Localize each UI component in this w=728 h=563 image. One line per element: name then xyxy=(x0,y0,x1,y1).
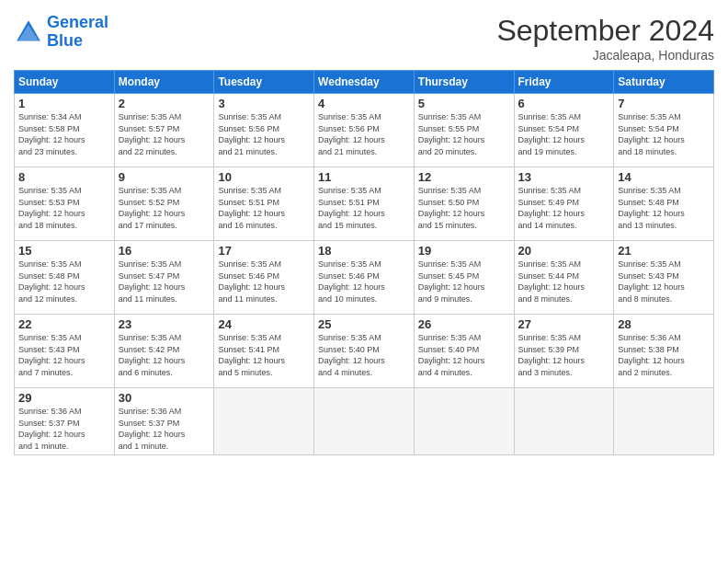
calendar-cell: 12Sunrise: 5:35 AM Sunset: 5:50 PM Dayli… xyxy=(414,167,514,241)
day-info: Sunrise: 5:35 AM Sunset: 5:43 PM Dayligh… xyxy=(618,259,710,304)
calendar-cell: 27Sunrise: 5:35 AM Sunset: 5:39 PM Dayli… xyxy=(514,315,614,388)
day-number: 12 xyxy=(418,170,510,184)
calendar-cell: 28Sunrise: 5:36 AM Sunset: 5:38 PM Dayli… xyxy=(614,315,714,388)
day-number: 13 xyxy=(518,170,610,184)
calendar-week-row: 22Sunrise: 5:35 AM Sunset: 5:43 PM Dayli… xyxy=(15,315,714,388)
calendar-cell: 16Sunrise: 5:35 AM Sunset: 5:47 PM Dayli… xyxy=(114,241,214,315)
calendar-cell xyxy=(614,388,714,455)
logo: General Blue xyxy=(14,14,108,51)
day-number: 30 xyxy=(119,391,210,405)
weekday-header-monday: Monday xyxy=(114,71,214,94)
calendar-cell: 10Sunrise: 5:35 AM Sunset: 5:51 PM Dayli… xyxy=(214,167,314,241)
calendar-cell: 24Sunrise: 5:35 AM Sunset: 5:41 PM Dayli… xyxy=(214,315,314,388)
day-info: Sunrise: 5:35 AM Sunset: 5:43 PM Dayligh… xyxy=(18,332,110,378)
day-number: 5 xyxy=(418,97,510,110)
logo-line1: General xyxy=(47,13,108,31)
calendar-cell: 17Sunrise: 5:35 AM Sunset: 5:46 PM Dayli… xyxy=(214,241,314,315)
day-info: Sunrise: 5:35 AM Sunset: 5:56 PM Dayligh… xyxy=(318,111,410,157)
logo-line2: Blue xyxy=(47,31,83,50)
logo-text: General Blue xyxy=(47,14,108,51)
day-number: 15 xyxy=(18,244,110,258)
day-info: Sunrise: 5:35 AM Sunset: 5:42 PM Dayligh… xyxy=(119,332,210,378)
day-info: Sunrise: 5:34 AM Sunset: 5:58 PM Dayligh… xyxy=(18,111,110,157)
day-number: 27 xyxy=(518,317,610,331)
day-info: Sunrise: 5:35 AM Sunset: 5:45 PM Dayligh… xyxy=(418,259,510,304)
day-number: 21 xyxy=(618,244,710,258)
day-info: Sunrise: 5:35 AM Sunset: 5:49 PM Dayligh… xyxy=(518,185,610,231)
day-info: Sunrise: 5:35 AM Sunset: 5:52 PM Dayligh… xyxy=(119,185,210,231)
calendar-week-row: 1Sunrise: 5:34 AM Sunset: 5:58 PM Daylig… xyxy=(15,94,714,167)
day-number: 8 xyxy=(18,170,110,184)
day-number: 9 xyxy=(119,170,210,184)
day-number: 28 xyxy=(618,317,710,331)
day-info: Sunrise: 5:35 AM Sunset: 5:50 PM Dayligh… xyxy=(418,185,510,231)
day-number: 19 xyxy=(418,244,510,258)
day-number: 25 xyxy=(318,317,410,331)
day-info: Sunrise: 5:35 AM Sunset: 5:56 PM Dayligh… xyxy=(218,111,310,157)
calendar-cell: 21Sunrise: 5:35 AM Sunset: 5:43 PM Dayli… xyxy=(614,241,714,315)
day-number: 10 xyxy=(218,170,310,184)
calendar-cell: 7Sunrise: 5:35 AM Sunset: 5:54 PM Daylig… xyxy=(614,94,714,167)
weekday-header-tuesday: Tuesday xyxy=(214,71,314,94)
day-info: Sunrise: 5:35 AM Sunset: 5:51 PM Dayligh… xyxy=(218,185,310,231)
day-info: Sunrise: 5:35 AM Sunset: 5:48 PM Dayligh… xyxy=(618,185,710,231)
calendar-cell xyxy=(514,388,614,455)
day-info: Sunrise: 5:35 AM Sunset: 5:54 PM Dayligh… xyxy=(518,111,610,157)
day-info: Sunrise: 5:35 AM Sunset: 5:47 PM Dayligh… xyxy=(119,259,210,304)
day-info: Sunrise: 5:35 AM Sunset: 5:40 PM Dayligh… xyxy=(418,332,510,378)
day-number: 2 xyxy=(119,97,210,110)
calendar-cell xyxy=(214,388,314,455)
day-number: 11 xyxy=(318,170,410,184)
day-info: Sunrise: 5:35 AM Sunset: 5:40 PM Dayligh… xyxy=(318,332,410,378)
day-info: Sunrise: 5:35 AM Sunset: 5:39 PM Dayligh… xyxy=(518,332,610,378)
day-info: Sunrise: 5:35 AM Sunset: 5:44 PM Dayligh… xyxy=(518,259,610,304)
day-info: Sunrise: 5:36 AM Sunset: 5:37 PM Dayligh… xyxy=(18,406,110,452)
calendar-cell xyxy=(314,388,415,455)
calendar-cell: 18Sunrise: 5:35 AM Sunset: 5:46 PM Dayli… xyxy=(314,241,415,315)
weekday-header-sunday: Sunday xyxy=(15,71,115,94)
day-number: 20 xyxy=(518,244,610,258)
calendar-cell: 26Sunrise: 5:35 AM Sunset: 5:40 PM Dayli… xyxy=(414,315,514,388)
calendar-cell: 8Sunrise: 5:35 AM Sunset: 5:53 PM Daylig… xyxy=(15,167,115,241)
calendar-cell: 29Sunrise: 5:36 AM Sunset: 5:37 PM Dayli… xyxy=(15,388,115,455)
day-number: 1 xyxy=(18,97,110,110)
weekday-header-wednesday: Wednesday xyxy=(314,71,415,94)
header: General Blue September 2024 Jacaleapa, H… xyxy=(14,14,714,63)
day-number: 16 xyxy=(119,244,210,258)
day-number: 26 xyxy=(418,317,510,331)
calendar-cell: 9Sunrise: 5:35 AM Sunset: 5:52 PM Daylig… xyxy=(114,167,214,241)
calendar-cell: 30Sunrise: 5:36 AM Sunset: 5:37 PM Dayli… xyxy=(114,388,214,455)
weekday-header-thursday: Thursday xyxy=(414,71,514,94)
day-info: Sunrise: 5:35 AM Sunset: 5:41 PM Dayligh… xyxy=(218,332,310,378)
calendar: SundayMondayTuesdayWednesdayThursdayFrid… xyxy=(14,70,714,455)
day-number: 3 xyxy=(218,97,310,110)
calendar-cell: 25Sunrise: 5:35 AM Sunset: 5:40 PM Dayli… xyxy=(314,315,415,388)
calendar-week-row: 15Sunrise: 5:35 AM Sunset: 5:48 PM Dayli… xyxy=(15,241,714,315)
calendar-week-row: 8Sunrise: 5:35 AM Sunset: 5:53 PM Daylig… xyxy=(15,167,714,241)
day-number: 23 xyxy=(119,317,210,331)
calendar-week-row: 29Sunrise: 5:36 AM Sunset: 5:37 PM Dayli… xyxy=(15,388,714,455)
location: Jacaleapa, Honduras xyxy=(496,48,714,63)
day-info: Sunrise: 5:36 AM Sunset: 5:37 PM Dayligh… xyxy=(119,406,210,452)
day-info: Sunrise: 5:35 AM Sunset: 5:57 PM Dayligh… xyxy=(119,111,210,157)
weekday-header-row: SundayMondayTuesdayWednesdayThursdayFrid… xyxy=(15,71,714,94)
day-info: Sunrise: 5:35 AM Sunset: 5:53 PM Dayligh… xyxy=(18,185,110,231)
calendar-cell: 5Sunrise: 5:35 AM Sunset: 5:55 PM Daylig… xyxy=(414,94,514,167)
calendar-cell: 3Sunrise: 5:35 AM Sunset: 5:56 PM Daylig… xyxy=(214,94,314,167)
weekday-header-friday: Friday xyxy=(514,71,614,94)
calendar-cell xyxy=(414,388,514,455)
calendar-cell: 20Sunrise: 5:35 AM Sunset: 5:44 PM Dayli… xyxy=(514,241,614,315)
day-number: 18 xyxy=(318,244,410,258)
day-info: Sunrise: 5:35 AM Sunset: 5:48 PM Dayligh… xyxy=(18,259,110,304)
calendar-cell: 4Sunrise: 5:35 AM Sunset: 5:56 PM Daylig… xyxy=(314,94,415,167)
calendar-cell: 15Sunrise: 5:35 AM Sunset: 5:48 PM Dayli… xyxy=(15,241,115,315)
calendar-cell: 1Sunrise: 5:34 AM Sunset: 5:58 PM Daylig… xyxy=(15,94,115,167)
day-number: 29 xyxy=(18,391,110,405)
day-info: Sunrise: 5:36 AM Sunset: 5:38 PM Dayligh… xyxy=(618,332,710,378)
day-number: 24 xyxy=(218,317,310,331)
day-number: 17 xyxy=(218,244,310,258)
day-info: Sunrise: 5:35 AM Sunset: 5:55 PM Dayligh… xyxy=(418,111,510,157)
day-number: 22 xyxy=(18,317,110,331)
title-block: September 2024 Jacaleapa, Honduras xyxy=(496,14,714,63)
day-number: 4 xyxy=(318,97,410,110)
